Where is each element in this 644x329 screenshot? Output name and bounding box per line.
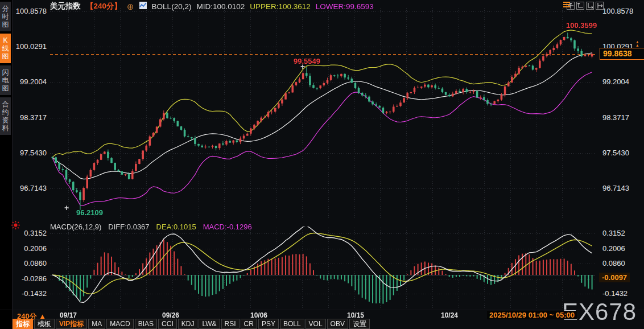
symbol-name: 美元指数 <box>50 1 81 11</box>
macd-y-tick-left: 0.0860 <box>24 259 47 268</box>
toolbar-button-MACD[interactable]: MACD <box>106 319 133 329</box>
session-range-label: 2025/10/29 01:00 ~ 05:00 <box>487 311 577 319</box>
candlestick-chart-canvas[interactable] <box>50 0 595 310</box>
main-y-tick-left: 100.0291 <box>16 42 47 51</box>
macd-diff-value: DIFF:0.0367 <box>108 223 149 231</box>
toolbar-button-设置[interactable]: 设置 <box>349 319 370 329</box>
toolbar-button-BIAS[interactable]: BIAS <box>135 319 157 329</box>
macd-params-label: MACD(26,12,9) <box>50 223 101 231</box>
mini-chart-icon <box>139 2 147 11</box>
swing-high-annotation: 99.5549 <box>294 57 320 65</box>
x-axis-tick: 10/15 <box>347 311 364 319</box>
x-axis-tick: 09/17 <box>60 311 77 319</box>
swing-high-cross-marker: + <box>300 64 305 69</box>
toolbar-button-VIP指标[interactable]: VIP指标 <box>56 319 87 329</box>
macd-y-tick-left: 0.2006 <box>24 244 47 253</box>
boll-params-label: BOLL(20,2) <box>152 2 192 11</box>
sidebar-tab-4[interactable]: 合约资料 <box>0 97 11 135</box>
main-y-tick-left: 100.8578 <box>16 7 47 15</box>
current-macd-badge: -0.0097 <box>599 273 630 282</box>
toolbar-button-指标[interactable]: 指标 <box>13 319 33 329</box>
toolbar-button-VOL[interactable]: VOL <box>306 319 326 329</box>
current-price-badge: 99.8638 <box>600 48 644 60</box>
indicator-toolbar: 指标模板VIP指标MAMACDBIASCCIKDJLW&RSICRPSYBOLL… <box>13 319 370 329</box>
macd-y-tick-left: -0.0286 <box>22 274 47 283</box>
chart-type-sidebar: 分时图K线图闪电图合约资料 <box>0 0 12 329</box>
main-y-tick-right: 96.7143 <box>602 184 629 192</box>
trading-terminal: 分时图K线图闪电图合约资料 美元指数 【240分】 ⊕ BOLL(20,2) M… <box>0 0 644 329</box>
x-axis-tick: 10/06 <box>250 311 267 319</box>
sidebar-divider <box>12 0 13 329</box>
toolbar-button-CR[interactable]: CR <box>241 319 257 329</box>
toolbar-button-模板[interactable]: 模板 <box>34 319 55 329</box>
main-y-tick-right: 97.5430 <box>602 149 629 157</box>
toolbar-button-MA[interactable]: MA <box>88 319 105 329</box>
sidebar-tab-2[interactable]: K线图 <box>0 34 11 63</box>
main-y-tick-left: 98.3717 <box>20 113 47 122</box>
sidebar-tab-1[interactable]: 分时图 <box>0 2 11 31</box>
recent-high-annotation: 100.3599 <box>566 21 597 30</box>
chart-tool-buttons <box>567 2 604 10</box>
main-y-tick-left: 96.7143 <box>20 184 47 192</box>
macd-y-tick-left: -0.1432 <box>22 289 47 298</box>
macd-dea-value: DEA:0.1015 <box>156 223 196 231</box>
main-y-tick-right: 98.3717 <box>602 113 629 122</box>
macd-y-tick-right: 0.3152 <box>602 229 625 237</box>
toolbar-button-OBV[interactable]: OBV <box>327 319 348 329</box>
chart-header: 美元指数 【240分】 ⊕ BOLL(20,2) MID:100.0102 UP… <box>50 1 374 11</box>
boll-lower-value: LOWER:99.6593 <box>316 2 374 11</box>
toolbar-button-BOLL[interactable]: BOLL <box>280 319 304 329</box>
period-label[interactable]: 【240分】 <box>86 1 122 11</box>
toolbar-button-CCI[interactable]: CCI <box>158 319 177 329</box>
toolbar-button-PSY[interactable]: PSY <box>258 319 279 329</box>
price-up-arrows-icon: ▲▲ <box>635 40 639 47</box>
x-axis-tick: 09/26 <box>162 311 179 319</box>
main-y-tick-right: 99.2004 <box>602 77 629 86</box>
main-y-tick-left: 99.2004 <box>20 77 47 86</box>
boll-upper-value: UPPER:100.3612 <box>250 2 311 11</box>
toolbar-button-RSI[interactable]: RSI <box>221 319 240 329</box>
toolbar-button-KDJ[interactable]: KDJ <box>178 319 198 329</box>
main-y-tick-right: 100.8578 <box>602 7 633 15</box>
low-annotation: 96.2109 <box>76 208 103 217</box>
y-axis-scale-icon[interactable] <box>576 2 584 10</box>
macd-y-tick-right: -0.1432 <box>602 289 628 298</box>
toolbar-button-LW&[interactable]: LW& <box>199 319 220 329</box>
macd-y-tick-right: 0.2006 <box>602 244 625 253</box>
record-dot-icon[interactable] <box>11 221 20 229</box>
macd-header: MACD(26,12,9) DIFF:0.0367 DEA:0.1015 MAC… <box>50 223 252 231</box>
main-y-tick-left: 97.5430 <box>20 149 47 157</box>
pan-right-icon[interactable] <box>596 2 604 10</box>
x-axis-scale-icon[interactable] <box>586 2 594 10</box>
x-axis-tick: 10/24 <box>441 311 458 319</box>
list-menu-icon[interactable] <box>563 2 570 8</box>
macd-macd-value: MACD:-0.1296 <box>203 223 252 231</box>
circle-plus-icon[interactable]: ⊕ <box>127 3 134 10</box>
macd-y-tick-right: 0.0860 <box>602 259 625 268</box>
low-cross-marker: + <box>64 205 69 211</box>
sidebar-tab-3[interactable]: 闪电图 <box>0 65 11 95</box>
boll-mid-value: MID:100.0102 <box>196 2 245 11</box>
macd-y-tick-left: 0.3152 <box>24 229 47 237</box>
